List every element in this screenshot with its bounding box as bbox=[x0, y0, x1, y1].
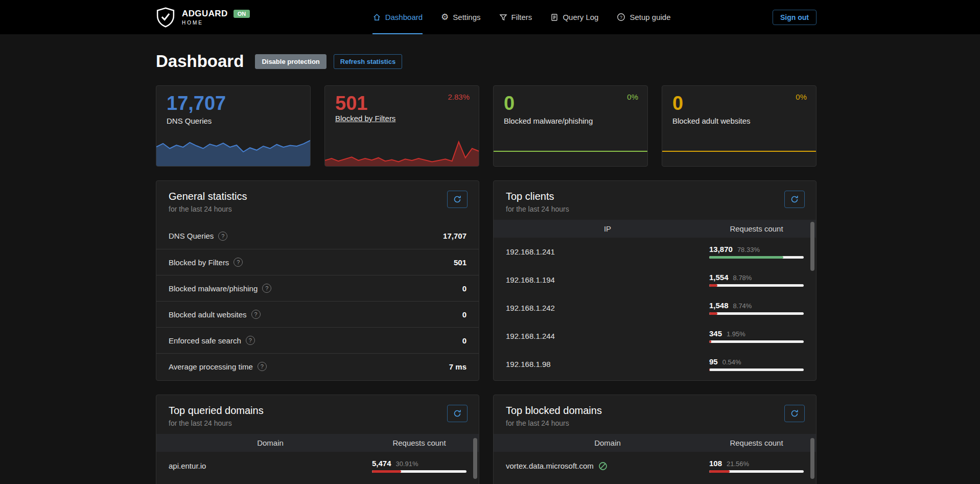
refresh-icon bbox=[453, 195, 461, 203]
blocked-filters-sparkline bbox=[325, 128, 479, 166]
blocked-filters-link[interactable]: Blocked by Filters bbox=[335, 114, 395, 123]
stat-row-label: Blocked adult websites bbox=[169, 310, 247, 319]
nav-item-setup-guide[interactable]: ? Setup guide bbox=[617, 0, 670, 34]
requests-percent: 8.74% bbox=[733, 302, 752, 310]
refresh-general-statistics-button[interactable] bbox=[447, 191, 468, 208]
client-row: 192.168.1.241 13,87078.33% bbox=[494, 238, 816, 266]
stat-row-value: 17,707 bbox=[443, 232, 466, 240]
blocked-adult-label: Blocked adult websites bbox=[672, 117, 806, 125]
nav-item-label: Filters bbox=[511, 13, 532, 21]
blocked-tracker-icon bbox=[598, 462, 608, 471]
sign-out-button[interactable]: Sign out bbox=[773, 10, 816, 25]
client-row: 192.168.1.242 1,5488.74% bbox=[494, 294, 816, 322]
nav-menu: Dashboard ⚙ Settings Filters Query Log ?… bbox=[270, 0, 773, 34]
column-header-ip: IP bbox=[506, 224, 709, 233]
scrollbar-thumb[interactable] bbox=[810, 222, 814, 271]
requests-percent: 21.56% bbox=[727, 460, 749, 468]
client-row: 192.168.1.98 950.54% bbox=[494, 350, 816, 378]
blocked-malware-sparkline bbox=[494, 128, 647, 166]
general-statistics-list: DNS Queries? 17,707 Blocked by Filters? … bbox=[156, 223, 479, 379]
card-title: General statistics bbox=[169, 191, 247, 202]
client-ip[interactable]: 192.168.1.194 bbox=[506, 275, 555, 284]
nav-item-dashboard[interactable]: Dashboard bbox=[372, 0, 423, 34]
requests-percent: 0.54% bbox=[722, 358, 741, 366]
stat-row-label: DNS Queries bbox=[169, 232, 214, 240]
nav-item-label: Dashboard bbox=[385, 13, 423, 21]
refresh-top-clients-button[interactable] bbox=[784, 191, 805, 208]
requests-progress-bar bbox=[709, 340, 804, 343]
blocked-adult-percent: 0% bbox=[796, 93, 807, 101]
nav-item-label: Settings bbox=[453, 13, 480, 21]
svg-text:?: ? bbox=[620, 15, 622, 20]
client-ip[interactable]: 192.168.1.98 bbox=[506, 360, 551, 368]
help-icon[interactable]: ? bbox=[251, 310, 261, 319]
refresh-icon bbox=[790, 409, 799, 418]
stat-card-dns-queries: 17,707 DNS Queries bbox=[156, 85, 311, 167]
stat-row-value: 0 bbox=[462, 284, 466, 293]
requests-progress-bar bbox=[709, 312, 804, 315]
top-blocked-domains-card: Top blocked domains for the last 24 hour… bbox=[493, 395, 816, 484]
stat-row-safe-search: Enforced safe search? 0 bbox=[156, 327, 479, 353]
queried-domain[interactable]: api.entur.io bbox=[169, 462, 206, 470]
stat-row-label: Blocked malware/phishing bbox=[169, 284, 258, 293]
nav-item-filters[interactable]: Filters bbox=[499, 0, 532, 34]
card-subtitle: for the last 24 hours bbox=[169, 419, 264, 427]
requests-count: 95 bbox=[709, 357, 718, 366]
stat-row-processing-time: Average processing time? 7 ms bbox=[156, 353, 479, 379]
nav-item-label: Query Log bbox=[563, 13, 598, 21]
client-row: 192.168.1.194 1,5548.78% bbox=[494, 266, 816, 294]
blocked-adult-value: 0 bbox=[672, 94, 806, 114]
log-icon bbox=[550, 13, 558, 21]
help-icon[interactable]: ? bbox=[246, 336, 255, 345]
nav-item-settings[interactable]: ⚙ Settings bbox=[441, 0, 480, 34]
requests-count: 13,870 bbox=[709, 245, 733, 253]
nav-item-query-log[interactable]: Query Log bbox=[550, 0, 598, 34]
help-icon[interactable]: ? bbox=[218, 232, 227, 241]
stat-cards-row: 17,707 DNS Queries 2.83% 501 Blocked by … bbox=[156, 85, 816, 167]
stat-row-value: 7 ms bbox=[449, 362, 466, 371]
stat-card-blocked-malware: 0% 0 Blocked malware/phishing bbox=[493, 85, 648, 167]
stat-card-blocked-by-filters: 2.83% 501 Blocked by Filters bbox=[324, 85, 479, 167]
column-header-domain: Domain bbox=[169, 439, 372, 447]
middle-cards-row: General statistics for the last 24 hours… bbox=[156, 180, 816, 381]
navbar: ADGUARD ON HOME Dashboard ⚙ Settings Fil… bbox=[0, 0, 980, 34]
refresh-top-blocked-button[interactable] bbox=[784, 405, 805, 422]
card-title: Top queried domains bbox=[169, 405, 264, 417]
adguard-home-logo[interactable]: ADGUARD ON HOME bbox=[156, 0, 250, 34]
client-ip[interactable]: 192.168.1.244 bbox=[506, 332, 555, 340]
client-ip[interactable]: 192.168.1.241 bbox=[506, 247, 555, 256]
column-header-domain: Domain bbox=[506, 439, 709, 447]
blocked-domain[interactable]: vortex.data.microsoft.com bbox=[506, 462, 594, 470]
refresh-statistics-button[interactable]: Refresh statistics bbox=[334, 54, 402, 69]
scrollbar-thumb[interactable] bbox=[810, 438, 814, 479]
bottom-cards-row: Top queried domains for the last 24 hour… bbox=[156, 395, 816, 484]
client-row: 192.168.1.244 3451.95% bbox=[494, 322, 816, 350]
requests-percent: 1.95% bbox=[727, 330, 745, 338]
help-icon[interactable]: ? bbox=[262, 284, 271, 293]
funnel-icon bbox=[499, 13, 507, 21]
stat-row-blocked-filters: Blocked by Filters? 501 bbox=[156, 249, 479, 275]
domain-row: api.entur.io 5,47430.91% bbox=[156, 452, 479, 480]
help-icon[interactable]: ? bbox=[258, 362, 267, 371]
requests-percent: 78.33% bbox=[737, 246, 760, 253]
disable-protection-button[interactable]: Disable protection bbox=[255, 54, 326, 69]
card-subtitle: for the last 24 hours bbox=[506, 205, 569, 213]
top-queried-domains-card: Top queried domains for the last 24 hour… bbox=[156, 395, 479, 484]
stat-row-dns-queries: DNS Queries? 17,707 bbox=[156, 223, 479, 249]
card-subtitle: for the last 24 hours bbox=[506, 419, 602, 427]
stat-row-value: 501 bbox=[454, 258, 466, 267]
requests-percent: 8.78% bbox=[733, 274, 752, 282]
brand-subtitle: HOME bbox=[182, 20, 250, 26]
blocked-malware-value: 0 bbox=[504, 94, 637, 114]
general-statistics-card: General statistics for the last 24 hours… bbox=[156, 180, 479, 381]
refresh-top-queried-button[interactable] bbox=[447, 405, 468, 422]
blocked-malware-label: Blocked malware/phishing bbox=[504, 117, 637, 125]
main-content: Dashboard Disable protection Refresh sta… bbox=[156, 52, 816, 484]
client-ip[interactable]: 192.168.1.242 bbox=[506, 304, 555, 312]
help-icon[interactable]: ? bbox=[234, 258, 243, 267]
scrollbar-thumb[interactable] bbox=[473, 438, 477, 479]
domain-row: vortex.data.microsoft.com 10821.56% bbox=[494, 452, 816, 480]
requests-count: 1,554 bbox=[709, 273, 729, 282]
stat-card-blocked-adult: 0% 0 Blocked adult websites bbox=[662, 85, 816, 167]
page-header: Dashboard Disable protection Refresh sta… bbox=[156, 52, 816, 71]
